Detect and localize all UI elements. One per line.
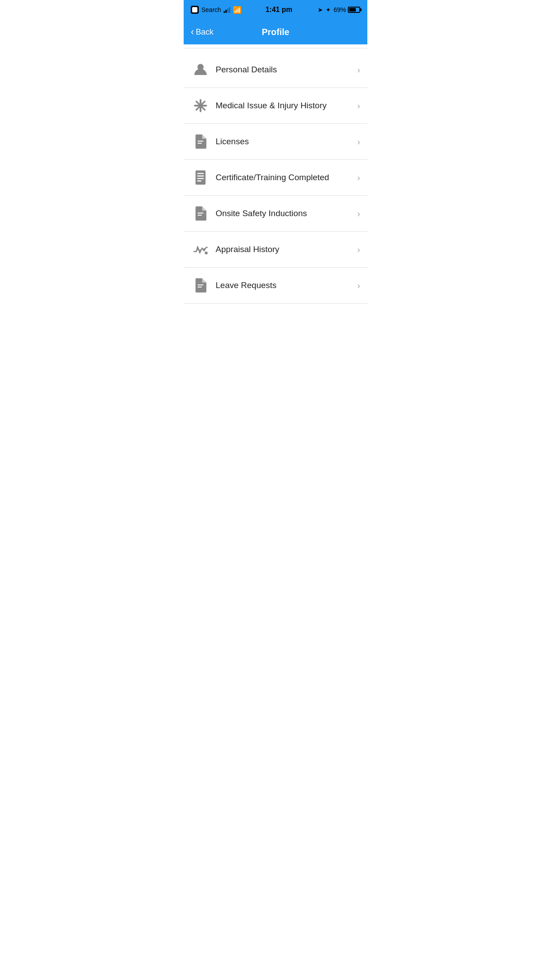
person-icon bbox=[191, 60, 210, 79]
menu-item-licenses[interactable]: Licenses › bbox=[184, 124, 367, 160]
svg-rect-11 bbox=[196, 170, 206, 185]
chevron-right-icon: › bbox=[357, 173, 360, 183]
licenses-label: Licenses bbox=[216, 137, 354, 146]
svg-rect-12 bbox=[197, 173, 204, 174]
svg-rect-14 bbox=[197, 178, 204, 179]
page-title: Profile bbox=[262, 27, 289, 37]
document2-icon bbox=[191, 204, 210, 223]
svg-rect-9 bbox=[197, 141, 203, 142]
wifi-icon: 📶 bbox=[233, 6, 242, 14]
activity-icon bbox=[191, 240, 210, 259]
chevron-right-icon: › bbox=[357, 137, 360, 147]
menu-item-leave-requests[interactable]: Leave Requests › bbox=[184, 268, 367, 304]
svg-rect-16 bbox=[197, 213, 203, 213]
svg-point-18 bbox=[205, 252, 208, 254]
back-label: Back bbox=[196, 28, 213, 37]
status-left: Search 📶 bbox=[191, 6, 242, 14]
menu-list: Personal Details › Medical Issue & Injur… bbox=[184, 52, 367, 304]
status-bar: Search 📶 1:41 pm ➤ ✦ 69% bbox=[184, 0, 367, 20]
personal-details-label: Personal Details bbox=[216, 65, 354, 75]
list-icon bbox=[191, 168, 210, 187]
menu-item-certificate-training[interactable]: Certificate/Training Completed › bbox=[184, 160, 367, 196]
svg-rect-13 bbox=[197, 175, 204, 176]
svg-rect-17 bbox=[197, 215, 201, 216]
menu-item-personal-details[interactable]: Personal Details › bbox=[184, 52, 367, 88]
chevron-right-icon: › bbox=[357, 101, 360, 111]
medical-issue-label: Medical Issue & Injury History bbox=[216, 101, 354, 111]
back-chevron-icon: ‹ bbox=[191, 27, 194, 37]
app-name-label: Search bbox=[201, 6, 221, 13]
bluetooth-icon: ✦ bbox=[326, 6, 331, 13]
battery-percent: 69% bbox=[334, 6, 346, 13]
svg-rect-0 bbox=[192, 7, 197, 12]
leave-requests-label: Leave Requests bbox=[216, 281, 354, 290]
signal-icon bbox=[224, 7, 230, 13]
chevron-right-icon: › bbox=[357, 65, 360, 75]
onsite-safety-label: Onsite Safety Inductions bbox=[216, 209, 354, 218]
chevron-right-icon: › bbox=[357, 281, 360, 291]
svg-rect-15 bbox=[197, 181, 201, 182]
document3-icon bbox=[191, 276, 210, 295]
location-icon: ➤ bbox=[318, 6, 323, 13]
status-right: ➤ ✦ 69% bbox=[316, 6, 360, 13]
certificate-training-label: Certificate/Training Completed bbox=[216, 173, 354, 182]
chevron-right-icon: › bbox=[357, 245, 360, 255]
menu-item-appraisal-history[interactable]: Appraisal History › bbox=[184, 232, 367, 268]
battery-fill bbox=[349, 8, 356, 12]
appraisal-history-label: Appraisal History bbox=[216, 245, 354, 254]
nav-separator bbox=[184, 48, 367, 48]
status-time: 1:41 pm bbox=[265, 6, 292, 14]
nav-bar: ‹ Back Profile bbox=[184, 20, 367, 44]
battery-container: 69% bbox=[334, 6, 360, 13]
medical-icon bbox=[191, 96, 210, 115]
app-icon bbox=[191, 6, 199, 14]
chevron-right-icon: › bbox=[357, 209, 360, 219]
svg-rect-10 bbox=[197, 143, 201, 144]
svg-rect-20 bbox=[197, 287, 201, 288]
menu-item-onsite-safety[interactable]: Onsite Safety Inductions › bbox=[184, 196, 367, 232]
back-button[interactable]: ‹ Back bbox=[191, 27, 213, 37]
document-icon bbox=[191, 132, 210, 151]
battery-icon bbox=[348, 7, 360, 13]
menu-item-medical-issue[interactable]: Medical Issue & Injury History › bbox=[184, 88, 367, 124]
svg-rect-19 bbox=[197, 285, 203, 285]
